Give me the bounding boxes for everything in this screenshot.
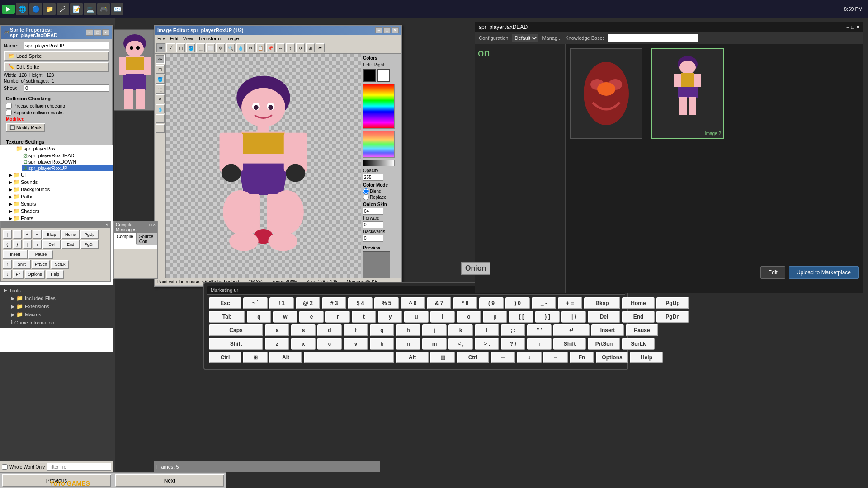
- key-caps[interactable]: Caps: [209, 324, 263, 336]
- key-5[interactable]: % 5: [374, 297, 399, 309]
- tree-item-sounds[interactable]: ▶ 📁 Sounds: [8, 178, 113, 186]
- key-del-large[interactable]: Del: [588, 311, 620, 323]
- key-space[interactable]: [304, 352, 394, 363]
- left-eyedrop-tool[interactable]: 💧: [156, 104, 165, 113]
- key-scrlk-large[interactable]: ScrLk: [622, 338, 655, 350]
- key-prtscn[interactable]: PrtScn: [32, 260, 50, 269]
- key-home-large[interactable]: Home: [622, 297, 655, 309]
- backwards-input[interactable]: [363, 235, 383, 242]
- key-enter[interactable]: ↵: [553, 324, 590, 336]
- key-k[interactable]: k: [448, 324, 473, 336]
- ks-maximize[interactable]: □: [102, 222, 104, 227]
- key-9[interactable]: ( 9: [479, 297, 504, 309]
- ks-close[interactable]: ×: [105, 222, 108, 227]
- edit-sprite-button[interactable]: ✏️ Edit Sprite: [4, 62, 109, 72]
- key-4[interactable]: $ 4: [348, 297, 373, 309]
- compile-close[interactable]: ×: [153, 222, 156, 232]
- compile-minimize[interactable]: −: [146, 222, 148, 232]
- key-z[interactable]: z: [265, 338, 289, 350]
- key-g[interactable]: g: [370, 324, 394, 336]
- menu-edit[interactable]: Edit: [170, 36, 179, 41]
- key-end[interactable]: End: [61, 240, 80, 249]
- key-r[interactable]: r: [326, 311, 350, 323]
- menu-transform[interactable]: Transform: [198, 36, 221, 41]
- upload-to-marketplace-button[interactable]: Upload to Marketplace: [789, 266, 859, 279]
- key-pause[interactable]: Pause: [28, 250, 53, 259]
- taskbar-icon-3[interactable]: 📁: [43, 3, 56, 15]
- key-m[interactable]: m: [422, 338, 447, 350]
- compile-tab[interactable]: Compile: [114, 233, 137, 245]
- key-ctrl-right[interactable]: Ctrl: [457, 352, 489, 363]
- key-ctrl-left[interactable]: Ctrl: [209, 352, 241, 363]
- key-backslash[interactable]: \: [33, 240, 42, 249]
- key-shift-right[interactable]: Shift: [553, 338, 586, 350]
- tree-item-spr-playerroxdown[interactable]: 🖼 spr_playerRoxDOWN: [22, 159, 113, 165]
- key-insert[interactable]: Insert: [3, 250, 28, 259]
- character-canvas[interactable]: [166, 54, 361, 278]
- precise-collision-checkbox[interactable]: [6, 103, 12, 109]
- menu-image[interactable]: Image: [225, 36, 239, 41]
- key-p[interactable]: p: [483, 311, 507, 323]
- filter-input[interactable]: [47, 463, 111, 471]
- fill-tool[interactable]: 🪣: [186, 43, 195, 52]
- sprite-props-close[interactable]: ×: [102, 29, 109, 36]
- key-period[interactable]: > .: [475, 338, 499, 350]
- image-editor-minimize[interactable]: −: [375, 27, 382, 33]
- blend-radio[interactable]: [363, 188, 369, 194]
- tree-extensions[interactable]: ▶ 📁 Extensions: [11, 302, 109, 310]
- key-prtscn-large[interactable]: PrtScn: [588, 338, 620, 350]
- key-j[interactable]: j: [422, 324, 447, 336]
- key-end-large[interactable]: End: [622, 311, 655, 323]
- key-s[interactable]: s: [291, 324, 316, 336]
- rotate-tool[interactable]: ↻: [296, 43, 305, 52]
- key-pgdn[interactable]: PgDn: [80, 240, 99, 249]
- key-semicolon[interactable]: ; :: [501, 324, 525, 336]
- line-tool[interactable]: ╱: [166, 43, 175, 52]
- tree-item-spr-playerrox[interactable]: 📁 spr_playerRox: [15, 145, 113, 152]
- key-hyphen[interactable]: _ -: [532, 297, 556, 309]
- key-help-large[interactable]: Help: [630, 352, 663, 363]
- load-sprite-button[interactable]: 📂 Load Sprite: [4, 51, 109, 61]
- copy-tool[interactable]: 📋: [256, 43, 265, 52]
- key-help[interactable]: Help: [46, 270, 64, 279]
- key-quote[interactable]: " ': [527, 324, 552, 336]
- left-move-tool[interactable]: ✥: [156, 94, 165, 103]
- taskbar-icon-8[interactable]: 📧: [111, 3, 123, 15]
- color-spectrum[interactable]: [363, 84, 395, 129]
- tree-item-shaders[interactable]: ▶ 📁 Shaders: [8, 207, 113, 215]
- key-options[interactable]: Options: [25, 270, 45, 279]
- tree-item-scripts[interactable]: ▶ 📁 Scripts: [8, 200, 113, 207]
- key-fn[interactable]: Fn: [13, 270, 24, 279]
- image-editor-close[interactable]: ×: [392, 27, 399, 33]
- next-button[interactable]: Next: [115, 474, 224, 487]
- move-tool[interactable]: ✥: [216, 43, 225, 52]
- paste-tool[interactable]: 📌: [266, 43, 275, 52]
- flip-h-tool[interactable]: ↔: [276, 43, 285, 52]
- key-b[interactable]: b: [370, 338, 394, 350]
- taskbar-icon-6[interactable]: 💻: [84, 3, 96, 15]
- key-7[interactable]: & 7: [427, 297, 451, 309]
- key-q[interactable]: q: [247, 311, 271, 323]
- key-h[interactable]: h: [396, 324, 420, 336]
- grid-tool[interactable]: ⊞: [306, 43, 315, 52]
- tree-included-files[interactable]: ▶ 📁 Included Files: [11, 294, 109, 302]
- key-slash[interactable]: ? /: [501, 338, 525, 350]
- key-8[interactable]: * 8: [453, 297, 477, 309]
- key-up-arrow[interactable]: ↑: [527, 338, 552, 350]
- select-tool[interactable]: ⬚: [196, 43, 205, 52]
- separate-collision-checkbox[interactable]: [6, 110, 12, 116]
- taskbar-icon-4[interactable]: 🖊: [57, 3, 69, 15]
- left-zoom-in-tool[interactable]: +: [156, 114, 165, 123]
- key-shift-r4[interactable]: Shift: [13, 260, 31, 269]
- key-eq[interactable]: + =: [558, 297, 582, 309]
- canvas-area[interactable]: [166, 54, 361, 278]
- taskbar-icon-7[interactable]: 🎮: [97, 3, 110, 15]
- key-pipe[interactable]: |: [3, 230, 12, 239]
- key-w[interactable]: w: [273, 311, 297, 323]
- eyedropper-tool[interactable]: 💧: [236, 43, 245, 52]
- name-input[interactable]: [24, 42, 109, 49]
- key-u[interactable]: u: [404, 311, 429, 323]
- key-left-arrow[interactable]: ←: [491, 352, 515, 363]
- taskbar-icon-5[interactable]: 📝: [70, 3, 83, 15]
- key-bar[interactable]: |: [23, 240, 32, 249]
